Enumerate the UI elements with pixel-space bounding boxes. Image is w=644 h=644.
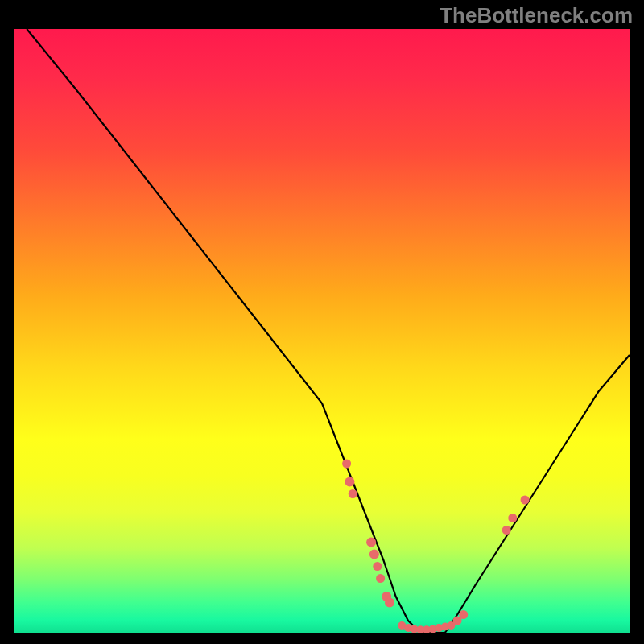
curve-marker	[345, 477, 354, 487]
chart-svg	[14, 29, 630, 633]
curve-marker	[366, 538, 376, 547]
curve-marker	[376, 574, 385, 583]
bottleneck-curve	[27, 29, 630, 633]
curve-marker	[385, 598, 394, 608]
curve-marker	[459, 610, 468, 619]
curve-marker	[508, 514, 517, 522]
curve-marker	[521, 496, 530, 505]
curve-markers	[342, 460, 529, 634]
chart-frame	[14, 29, 630, 633]
curve-marker	[502, 526, 511, 535]
curve-marker	[342, 460, 351, 469]
curve-marker	[369, 550, 379, 559]
curve-marker	[349, 489, 357, 498]
watermark-text: TheBottleneck.com	[440, 3, 633, 28]
curve-marker	[373, 562, 382, 571]
